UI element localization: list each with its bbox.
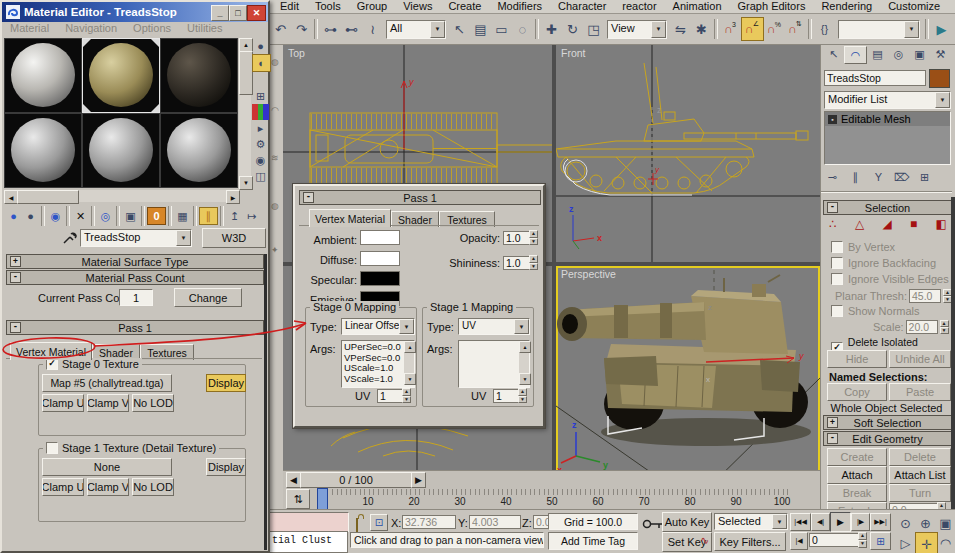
select-by-name-icon[interactable]: ▤ [470,18,491,40]
expand-icon[interactable]: + [10,256,21,267]
add-time-tag[interactable]: Add Time Tag [548,532,638,550]
spinner-up-icon[interactable]: ▲ [858,532,867,540]
stage0-arg-item[interactable]: UScale=1.0 [344,363,402,374]
show-map-in-viewport-icon[interactable]: ▦ [174,208,191,224]
spinner-down-icon[interactable]: ▼ [402,396,411,404]
put-material-to-scene-icon[interactable]: ● [22,208,39,224]
assign-material-to-selection-icon[interactable]: ◉ [47,208,64,224]
expand-icon[interactable]: + [827,417,838,428]
spinner-up-icon[interactable]: ▲ [518,388,527,396]
dialog-tab-vertex-material[interactable]: Vertex Material [309,209,391,227]
menu-item[interactable]: Tools [307,0,349,13]
ignore-backfacing-checkbox[interactable] [831,257,843,269]
diffuse-color-swatch[interactable] [360,251,400,266]
scroll-left-icon[interactable]: ◀ [4,190,18,204]
scroll-thumb[interactable] [17,190,79,204]
track-bar[interactable]: ⇅ 102030405060708090100 [283,488,820,509]
viewport-top-label[interactable]: Top [288,47,305,59]
material-pass-count-rollout[interactable]: - Material Pass Count [6,270,264,285]
sample-slot-3[interactable] [161,39,237,112]
material-type-button[interactable]: W3D [202,228,266,248]
stage1-clamp-u-button[interactable]: Clamp U [42,478,84,496]
reset-map-icon[interactable]: ✕ [72,208,89,224]
stage0-uv-field[interactable]: 1 [377,389,405,403]
x-coord-field[interactable] [402,515,456,529]
window-crossing-icon[interactable]: ◌ [512,18,533,40]
time-slider-track[interactable]: ◀ 0 / 100 ▶ [283,470,820,488]
sample-slot-6[interactable] [161,114,237,187]
spinner-down-icon[interactable]: ▼ [940,327,949,334]
copy-button[interactable]: Copy [827,383,887,401]
modifier-stack[interactable]: ▪ Editable Mesh [824,111,951,165]
unlink-selection-icon[interactable]: ⊷ [341,18,362,40]
zoom-all-icon[interactable]: ⊕ [915,512,936,534]
stage0-arg-item[interactable]: UPerSec=0.0 [344,342,402,353]
stage1-no-lod-button[interactable]: No LOD [132,478,174,496]
toolbar-overflow-icon[interactable]: ▶ [931,18,952,40]
current-frame-field[interactable] [809,533,861,547]
time-slider-handle[interactable]: 0 / 100 [300,472,412,488]
snap-toggle-icon[interactable]: ∩3 [720,18,741,40]
args-scrollbar[interactable]: ▲ ▼ [519,341,529,385]
field-of-view-icon[interactable]: ▷ [895,532,916,553]
stage0-uv-spinner[interactable]: ▲▼ [402,388,411,403]
sample-slot-2-active[interactable] [83,39,159,112]
tab-vertex-material[interactable]: Vertex Material [10,342,92,360]
minimize-button[interactable]: _ [211,5,229,21]
frame-spinner[interactable]: ▲▼ [858,532,867,548]
background-icon[interactable] [252,72,269,88]
material-surface-type-rollout[interactable]: + Material Surface Type [6,254,264,269]
create-button[interactable]: Create [827,448,887,466]
stage1-type-dropdown[interactable]: UV ▼ [458,318,530,335]
mirror-icon[interactable]: ⇋ [670,18,691,40]
vertex-subobject-icon[interactable]: ∴ [829,217,837,231]
stage0-args-list[interactable]: UPerSec=0.0VPerSec=0.0UScale=1.0VScale=1… [341,340,415,388]
select-object-icon[interactable]: ↖ [449,18,470,40]
collapse-icon[interactable]: - [10,272,21,283]
stage1-uv-field[interactable]: 1 [493,389,521,403]
sample-slot-4[interactable] [5,114,81,187]
select-and-move-icon[interactable]: ✚ [541,18,562,40]
time-slider-prev-icon[interactable]: ◀ [286,472,301,488]
auto-key-button[interactable]: Auto Key [662,512,712,532]
show-end-result-icon[interactable]: ∥ [847,169,864,185]
menu-item[interactable]: Edit [272,0,307,13]
chevron-down-icon[interactable]: ▼ [935,92,950,108]
scroll-down-icon[interactable]: ▼ [239,176,253,190]
viewport-perspective-label[interactable]: Perspective [561,268,616,280]
menu-item[interactable]: Views [395,0,440,13]
stage0-clamp-v-button[interactable]: Clamp V [87,394,129,412]
stage0-type-dropdown[interactable]: Linear Offset ▼ [341,318,415,335]
go-to-end-icon[interactable]: ▶▶| [870,513,891,531]
close-button[interactable]: ✕ [247,5,266,21]
viewport-perspective[interactable]: Perspective [556,266,820,490]
viewport-front[interactable]: Front z [556,45,820,262]
stage0-map-button[interactable]: Map #5 (challytread.tga) [42,374,172,392]
scroll-up-icon[interactable]: ▲ [404,341,416,353]
spinner-up-icon[interactable]: ▲ [402,388,411,396]
change-pass-count-button[interactable]: Change [174,288,242,307]
shininess-field[interactable]: 1.0 [503,256,531,270]
slot-hscrollbar[interactable]: ◀ ▶ [4,190,238,202]
spinner-down-icon[interactable]: ▼ [858,540,867,548]
stage1-args-list[interactable]: ▲ ▼ [458,340,530,388]
angle-snap-icon[interactable]: ∩∠ [741,17,764,41]
maximize-button[interactable]: □ [229,5,247,21]
specular-color-swatch[interactable] [360,271,400,286]
material-editor-menu-item[interactable]: Material [2,22,57,35]
paste-button[interactable]: Paste [889,383,951,401]
chevron-down-icon[interactable]: ▼ [399,319,414,334]
slot-vscrollbar[interactable]: ▲ ▼ [239,38,251,188]
key-selection-dropdown[interactable]: Selected ▼ [714,513,788,530]
spinner-snap-icon[interactable]: ∩⇅ [785,18,806,40]
go-forward-to-sibling-icon[interactable]: ↦ [243,208,260,224]
edge-subobject-icon[interactable]: △ [855,217,864,231]
tab-modify[interactable]: ◠ [844,46,867,64]
go-to-parent-icon[interactable]: ↥ [226,208,243,224]
time-slider-next-icon[interactable]: ▶ [411,472,426,488]
scroll-down-icon[interactable]: ▼ [519,373,531,385]
tab-create[interactable]: ↖ [823,46,844,62]
opacity-field[interactable]: 1.0 [503,231,531,245]
selection-filter-dropdown[interactable]: All ▼ [386,20,446,39]
zoom-extents-icon[interactable]: ▣ [935,512,955,534]
